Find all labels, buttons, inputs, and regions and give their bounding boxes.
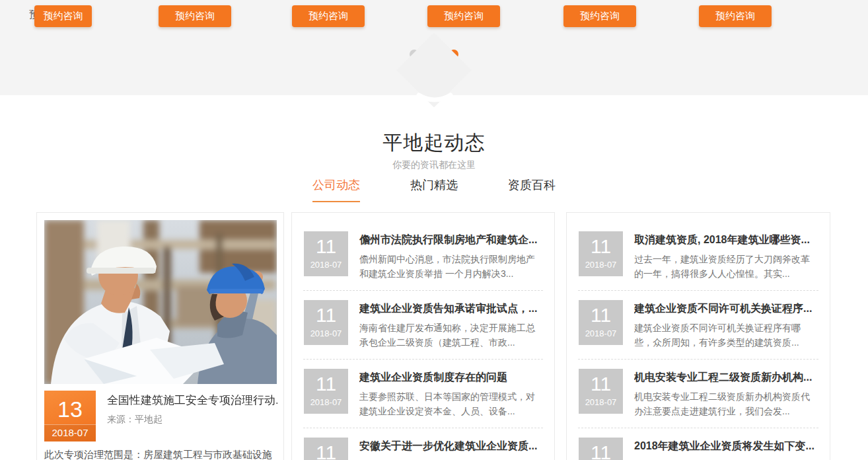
date-month: 2018-07 (304, 259, 348, 271)
featured-date-badge: 13 2018-07 (44, 391, 96, 441)
consult-button-2[interactable]: 预约咨询 (159, 5, 231, 27)
news-desc: 机电安装专业工程二级资质新办机构资质代办注意要点走进建筑行业，我们会发... (634, 389, 818, 418)
date-badge: 11 2018-07 (579, 369, 623, 414)
consult-button-6[interactable]: 预约咨询 (699, 5, 772, 27)
date-day: 11 (304, 371, 348, 397)
featured-news-card: 13 2018-07 全国性建筑施工安全专项治理行动... 来源：平地起 此次专… (36, 212, 284, 460)
tab-company-news[interactable]: 公司动态 (312, 177, 360, 202)
news-desc: 儋州新闻中心消息，市法院执行限制房地产和建筑企业资质举措 一个月内解决3... (359, 252, 543, 281)
news-title: 建筑企业资质不同许可机关换证程序... (634, 302, 818, 316)
date-badge: 11 2018-07 (304, 300, 348, 345)
news-list-card-1: 11 2018-07 儋州市法院执行限制房地产和建筑企... 儋州新闻中心消息，… (291, 212, 555, 460)
date-badge: 11 2018-07 (579, 438, 623, 460)
news-item[interactable]: 11 2018-07 安徽关于进一步优化建筑业企业资质... 各市住房城乡建设委… (292, 428, 554, 460)
date-badge: 11 2018-07 (579, 300, 623, 345)
date-day: 11 (304, 234, 348, 259)
tab-hot-picks[interactable]: 热门精选 (410, 177, 458, 202)
section-title: 平地起动态 (0, 130, 868, 157)
date-day: 11 (579, 440, 623, 460)
news-desc: 过去一年，建筑业资质经历了大刀阔斧改革的一年，搞得很多人人心惶惶。其实... (634, 252, 818, 281)
featured-source: 来源：平地起 (107, 414, 163, 426)
date-badge: 11 2018-07 (579, 231, 623, 276)
news-title: 建筑业企业资质制度存在的问题 (359, 371, 543, 385)
date-day: 11 (579, 371, 623, 397)
date-month: 2018-07 (579, 397, 623, 408)
featured-date-day: 13 (44, 391, 96, 424)
date-day: 11 (579, 303, 623, 328)
date-badge: 11 2018-07 (304, 231, 348, 276)
construction-workers-photo (44, 220, 277, 384)
news-item[interactable]: 11 2018-07 机电安装专业工程二级资质新办机构... 机电安装专业工程二… (567, 360, 830, 428)
news-list-card-2: 11 2018-07 取消建筑资质, 2018年建筑业哪些资... 过去一年，建… (566, 212, 830, 460)
featured-date-month: 2018-07 (44, 424, 96, 441)
featured-excerpt: 此次专项治理范围是：房屋建筑工程与市政基础设施工 (44, 447, 277, 460)
consult-button-5[interactable]: 预约咨询 (563, 5, 636, 27)
section-subtitle: 你要的资讯都在这里 (0, 159, 868, 171)
news-item[interactable]: 11 2018-07 建筑业企业资质制度存在的问题 主要参照苏联、日本等国家的管… (292, 360, 554, 428)
featured-image[interactable] (44, 220, 277, 384)
news-title: 儋州市法院执行限制房地产和建筑企... (359, 233, 543, 247)
diamond-smile-decoration (416, 92, 454, 106)
news-title: 机电安装专业工程二级资质新办机构... (634, 371, 818, 385)
news-desc: 建筑企业资质不同许可机关换证程序有哪些，众所周知，有许多类型的建筑资质... (634, 321, 818, 350)
date-month: 2018-07 (579, 328, 623, 340)
news-desc: 主要参照苏联、日本等国家的管理模式，对建筑业企业设定资本金、人员、设备... (359, 389, 543, 418)
news-desc: 海南省住建厅发布通知称，决定开展施工总承包企业二级资质（建筑工程、市政... (359, 321, 543, 350)
date-badge: 11 2018-07 (304, 369, 348, 414)
news-item[interactable]: 11 2018-07 2018年建筑业企业资质将发生如下变... 从2017年4… (567, 428, 830, 460)
news-item[interactable]: 11 2018-07 儋州市法院执行限制房地产和建筑企... 儋州新闻中心消息，… (292, 222, 554, 290)
date-month: 2018-07 (579, 259, 623, 271)
consult-button-3[interactable]: 预约咨询 (292, 5, 365, 27)
consult-button-4[interactable]: 预约咨询 (427, 5, 500, 27)
date-month: 2018-07 (304, 397, 348, 408)
news-title: 2018年建筑业企业资质将发生如下变... (634, 440, 818, 453)
featured-title[interactable]: 全国性建筑施工安全专项治理行动... (107, 393, 277, 408)
news-title: 建筑业企业资质告知承诺审批试点，... (359, 302, 543, 316)
date-day: 11 (304, 303, 348, 328)
date-day: 11 (579, 234, 623, 259)
news-title: 安徽关于进一步优化建筑业企业资质... (359, 440, 543, 453)
news-tabs: 公司动态 热门精选 资质百科 (0, 177, 868, 202)
date-badge: 11 2018-07 (304, 438, 348, 460)
news-item[interactable]: 11 2018-07 建筑业企业资质告知承诺审批试点，... 海南省住建厅发布通… (292, 291, 554, 359)
date-month: 2018-07 (304, 328, 348, 340)
news-title: 取消建筑资质, 2018年建筑业哪些资... (634, 233, 818, 247)
consult-button-1[interactable]: 预约咨询 (34, 5, 92, 27)
tab-qualification-wiki[interactable]: 资质百科 (508, 177, 556, 202)
news-item[interactable]: 11 2018-07 取消建筑资质, 2018年建筑业哪些资... 过去一年，建… (567, 222, 830, 290)
date-day: 11 (304, 440, 348, 460)
news-item[interactable]: 11 2018-07 建筑企业资质不同许可机关换证程序... 建筑企业资质不同许… (567, 291, 830, 359)
